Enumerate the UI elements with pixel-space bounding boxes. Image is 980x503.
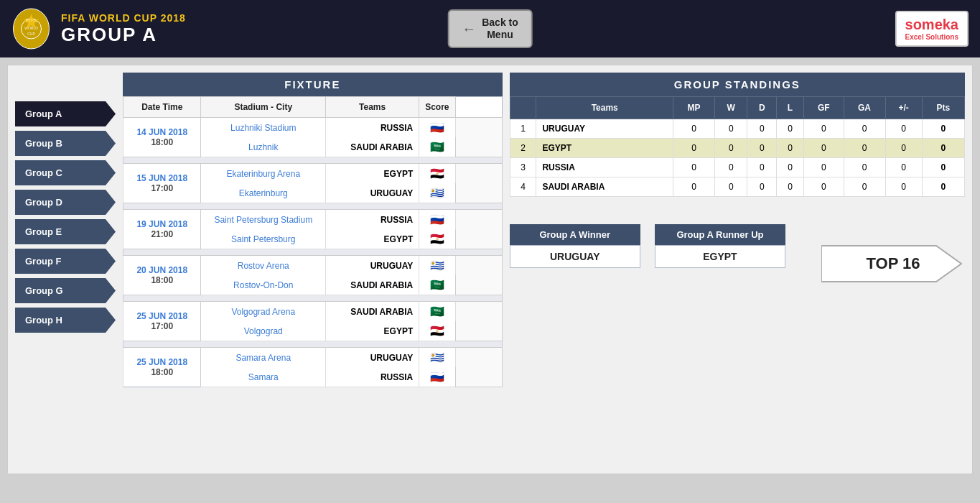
runner-up-value: EGYPT [655, 245, 785, 268]
match-score [455, 256, 502, 295]
match-team1: URUGUAY [326, 256, 419, 276]
sidebar-item-group-g[interactable]: Group G [15, 278, 116, 303]
mp-cell: 0 [673, 158, 715, 177]
match-team1: RUSSIA [326, 118, 419, 138]
top16-label: TOP 16 [867, 254, 920, 273]
diff-cell: 0 [885, 139, 922, 158]
col-diff: +/- [885, 97, 922, 119]
match-score [455, 348, 502, 387]
match-stadium: Rostov Arena [201, 256, 326, 276]
l-cell: 0 [777, 158, 804, 177]
col-ga: GA [844, 97, 885, 119]
someka-tagline: Excel Solutions [905, 33, 959, 41]
match-separator [123, 295, 503, 302]
gf-cell: 0 [804, 158, 844, 177]
sidebar: Group A Group B Group C Group D Group E … [15, 73, 116, 466]
team2-flag: 🇸🇦 [419, 137, 455, 157]
team1-flag: 🇺🇾 [419, 256, 455, 276]
winner-box: Group A Winner URUGUAY [510, 224, 640, 289]
back-to-menu-button[interactable]: ← Back to Menu [447, 9, 533, 48]
team2-flag: 🇸🇦 [419, 275, 455, 295]
match-city: Volgograd [201, 321, 326, 341]
match-separator [123, 249, 503, 256]
match-stadium: Samara Arena [201, 348, 326, 368]
table-row: 1 URUGUAY 0 0 0 0 0 0 0 0 [510, 119, 964, 139]
match-team2: SAUDI ARABIA [326, 137, 419, 157]
gf-cell: 0 [804, 177, 844, 197]
rank-cell: 3 [510, 158, 536, 177]
main-content: Group A Group B Group C Group D Group E … [7, 65, 973, 474]
fixture-table: Date Time Stadium - City Teams Score 14 … [123, 96, 503, 387]
team-name-cell: URUGUAY [536, 119, 673, 139]
col-gf: GF [804, 97, 844, 119]
col-mp: MP [673, 97, 715, 119]
sidebar-item-group-h[interactable]: Group H [15, 308, 116, 333]
d-cell: 0 [747, 177, 777, 197]
table-row: 15 JUN 201817:00 Ekaterinburg Arena EGYP… [123, 164, 503, 184]
sidebar-item-group-e[interactable]: Group E [15, 219, 116, 244]
col-w: W [714, 97, 747, 119]
w-cell: 0 [714, 158, 747, 177]
top16-section: TOP 16 [821, 239, 965, 289]
winner-value: URUGUAY [510, 245, 640, 268]
standings-header: GROUP STANDINGS [510, 73, 965, 96]
sidebar-item-group-a[interactable]: Group A [15, 101, 116, 126]
fifa-logo: FIFA WORLD CUP [11, 6, 51, 51]
sidebar-item-group-f[interactable]: Group F [15, 249, 116, 274]
team2-flag: 🇪🇬 [419, 321, 455, 341]
team1-flag: 🇷🇺 [419, 210, 455, 230]
col-teams: Teams [326, 97, 419, 118]
match-stadium: Luzhniki Stadium [201, 118, 326, 138]
col-teams: Teams [536, 97, 673, 119]
table-row: 25 JUN 201817:00 Volgograd Arena SAUDI A… [123, 302, 503, 322]
runner-up-label: Group A Runner Up [655, 224, 785, 245]
winner-label: Group A Winner [510, 224, 640, 245]
match-team2: RUSSIA [326, 367, 419, 387]
someka-logo: someka Excel Solutions [895, 11, 969, 47]
rank-cell: 4 [510, 177, 536, 197]
match-stadium: Ekaterinburg Arena [201, 164, 326, 184]
header: FIFA WORLD CUP FIFA WORLD CUP 2018 GROUP… [0, 0, 980, 57]
table-row: 14 JUN 201818:00 Luzhniki Stadium RUSSIA… [123, 118, 503, 138]
ga-cell: 0 [844, 158, 885, 177]
table-row: 3 RUSSIA 0 0 0 0 0 0 0 0 [510, 158, 964, 177]
rank-cell: 2 [510, 139, 536, 158]
fixture-panel: FIXTURE Date Time Stadium - City Teams S… [123, 73, 503, 466]
pts-cell: 0 [922, 119, 964, 139]
team1-flag: 🇺🇾 [419, 348, 455, 368]
team2-flag: 🇪🇬 [419, 229, 455, 249]
w-cell: 0 [714, 177, 747, 197]
match-score [455, 302, 502, 341]
runner-up-box: Group A Runner Up EGYPT [655, 224, 785, 289]
diff-cell: 0 [885, 119, 922, 139]
table-row: 19 JUN 201821:00 Saint Petersburg Stadiu… [123, 210, 503, 230]
col-date-time: Date Time [123, 97, 201, 118]
match-team1: RUSSIA [326, 210, 419, 230]
ga-cell: 0 [844, 139, 885, 158]
match-city: Saint Petersburg [201, 229, 326, 249]
sidebar-item-group-b[interactable]: Group B [15, 131, 116, 156]
gf-cell: 0 [804, 139, 844, 158]
d-cell: 0 [747, 139, 777, 158]
sidebar-item-group-d[interactable]: Group D [15, 190, 116, 215]
match-separator [123, 341, 503, 348]
gf-cell: 0 [804, 119, 844, 139]
header-subtitle: FIFA WORLD CUP 2018 [61, 12, 186, 24]
match-city: Luzhnik [201, 137, 326, 157]
diff-cell: 0 [885, 177, 922, 197]
match-date: 25 JUN 201817:00 [123, 302, 201, 341]
match-date: 19 JUN 201821:00 [123, 210, 201, 249]
table-row: 20 JUN 201818:00 Rostov Arena URUGUAY 🇺🇾 [123, 256, 503, 276]
match-city: Rostov-On-Don [201, 275, 326, 295]
col-score: Score [419, 97, 455, 118]
match-date: 14 JUN 201818:00 [123, 118, 201, 157]
ga-cell: 0 [844, 119, 885, 139]
w-cell: 0 [714, 119, 747, 139]
header-title-block: FIFA WORLD CUP 2018 GROUP A [61, 12, 186, 46]
pts-cell: 0 [922, 158, 964, 177]
someka-name: someka [905, 17, 959, 32]
team1-flag: 🇪🇬 [419, 164, 455, 184]
sidebar-item-group-c[interactable]: Group C [15, 160, 116, 185]
svg-text:WORLD: WORLD [24, 26, 38, 30]
match-score [455, 164, 502, 203]
